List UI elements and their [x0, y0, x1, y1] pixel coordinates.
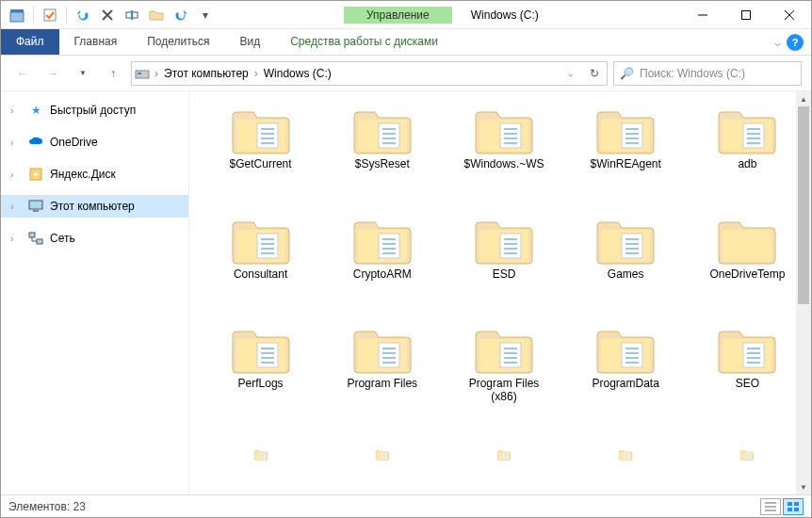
folder-item[interactable]: adb	[691, 103, 804, 205]
folder-icon	[474, 217, 534, 266]
expand-icon[interactable]: ›	[10, 170, 22, 180]
folder-icon	[231, 217, 291, 266]
folder-item[interactable]: $GetCurrent	[204, 103, 317, 205]
folder-item[interactable]: Program Files	[326, 322, 438, 438]
sidebar-item-quick-access[interactable]: › ★ Быстрый доступ	[1, 99, 188, 121]
folder-icon	[474, 326, 534, 375]
view-icons-button[interactable]	[783, 498, 804, 515]
maximize-button[interactable]	[724, 1, 768, 29]
sidebar-item-this-pc[interactable]: › Этот компьютер	[1, 195, 188, 218]
folder-item[interactable]: Consultant	[204, 213, 317, 316]
svg-rect-25	[788, 508, 792, 511]
address-bar[interactable]: › Этот компьютер › Windows (C:) ⌵ ↻	[131, 61, 608, 86]
star-icon: ★	[27, 102, 44, 119]
cloud-icon	[27, 134, 44, 151]
nav-forward-button[interactable]: →	[41, 61, 65, 86]
folder-item[interactable]: $WinREAgent	[570, 103, 682, 205]
search-icon: 🔍	[620, 67, 634, 80]
folder-label: Program Files (x86)	[457, 377, 551, 404]
separator	[33, 7, 34, 24]
contextual-tab-label: Управление	[344, 7, 452, 24]
qat-delete-icon[interactable]	[97, 5, 118, 25]
folder-item[interactable]	[691, 445, 804, 494]
svg-rect-16	[29, 201, 42, 209]
breadcrumb-windows-c[interactable]: Windows (C:)	[260, 62, 335, 85]
nav-history-dropdown[interactable]: ▼	[71, 61, 95, 86]
folder-label: Consultant	[234, 267, 287, 281]
folder-icon	[595, 106, 656, 155]
folder-item[interactable]: ProgramData	[570, 322, 682, 438]
sidebar-item-onedrive[interactable]: › OneDrive	[1, 131, 188, 154]
sidebar-item-yandex-disk[interactable]: › Яндекс.Диск	[1, 163, 188, 186]
search-input[interactable]	[640, 67, 795, 80]
folder-item[interactable]	[447, 445, 560, 494]
status-bar: Элементов: 23	[1, 494, 811, 517]
folder-label: $WinREAgent	[591, 157, 661, 170]
refresh-icon[interactable]: ↻	[582, 62, 607, 85]
folder-item[interactable]: Games	[570, 213, 682, 316]
folder-icon	[231, 326, 291, 375]
ribbon-expand-icon[interactable]: ⌵	[774, 36, 781, 49]
folder-item[interactable]: OneDriveTemp	[691, 213, 804, 316]
tab-view[interactable]: Вид	[224, 29, 275, 55]
scroll-track[interactable]	[796, 106, 811, 479]
help-icon[interactable]: ?	[787, 34, 804, 51]
scroll-thumb[interactable]	[798, 106, 809, 304]
folder-item[interactable]: SEO	[691, 322, 804, 438]
folder-icon	[352, 217, 413, 266]
folder-item[interactable]: Program Files (x86)	[447, 322, 560, 438]
close-button[interactable]	[768, 1, 811, 29]
tab-home[interactable]: Главная	[59, 29, 133, 55]
folder-item[interactable]	[204, 445, 317, 494]
vertical-scrollbar[interactable]: ▲ ▼	[796, 91, 811, 494]
expand-icon[interactable]: ›	[10, 138, 22, 148]
chevron-right-icon[interactable]: ›	[153, 67, 160, 80]
qat-undo-icon[interactable]	[73, 5, 93, 25]
folder-label: Program Files	[347, 377, 417, 390]
folder-item[interactable]: ESD	[447, 213, 560, 316]
folder-item[interactable]: CryptoARM	[326, 213, 438, 316]
title-bar: ▾ Управление Windows (C:)	[1, 1, 811, 29]
expand-icon[interactable]: ›	[10, 202, 22, 212]
ribbon-tabs: Файл Главная Поделиться Вид Средства раб…	[1, 29, 811, 56]
sidebar-item-label: OneDrive	[50, 136, 98, 149]
chevron-right-icon[interactable]: ›	[252, 67, 260, 80]
folder-icon	[717, 326, 777, 375]
folder-icon	[352, 326, 413, 375]
expand-icon[interactable]: ›	[10, 234, 22, 244]
qat-properties-icon[interactable]	[7, 5, 27, 25]
folder-item[interactable]	[326, 445, 438, 494]
status-items-label: Элементов: 23	[8, 500, 86, 513]
nav-back-button[interactable]: ←	[10, 61, 35, 86]
sidebar-item-network[interactable]: › Сеть	[1, 227, 188, 250]
monitor-icon	[27, 198, 44, 215]
qat-newfolder-icon[interactable]	[146, 5, 167, 25]
tab-file[interactable]: Файл	[1, 29, 59, 55]
svg-rect-13	[138, 73, 141, 74]
folder-item[interactable]: $Windows.~WS	[447, 103, 560, 205]
expand-icon[interactable]: ›	[10, 105, 22, 116]
tab-drive-tools[interactable]: Средства работы с дисками	[275, 29, 453, 55]
folder-label: OneDriveTemp	[709, 267, 785, 281]
scroll-down-icon[interactable]: ▼	[796, 479, 811, 494]
scroll-up-icon[interactable]: ▲	[796, 91, 811, 106]
network-icon	[27, 230, 44, 247]
tab-share[interactable]: Поделиться	[132, 29, 224, 55]
minimize-button[interactable]	[681, 1, 724, 29]
qat-dropdown-icon[interactable]: ▾	[195, 5, 216, 25]
address-dropdown-icon[interactable]: ⌵	[558, 62, 582, 85]
folder-label: $SysReset	[355, 157, 410, 170]
svg-rect-11	[742, 10, 751, 19]
folder-item[interactable]: PerfLogs	[204, 322, 317, 438]
qat-rename-icon[interactable]	[122, 5, 142, 25]
folder-item[interactable]	[570, 445, 682, 494]
folder-item[interactable]: $SysReset	[326, 103, 438, 205]
breadcrumb-this-pc[interactable]: Этот компьютер	[160, 62, 252, 85]
qat-checkbox-icon[interactable]	[40, 5, 60, 25]
qat-redo-icon[interactable]	[171, 5, 191, 25]
nav-up-button[interactable]: ↑	[101, 61, 125, 86]
view-details-button[interactable]	[760, 498, 781, 515]
folder-label: SEO	[736, 377, 759, 390]
search-box[interactable]: 🔍	[613, 61, 802, 86]
sidebar-item-label: Этот компьютер	[50, 200, 135, 213]
